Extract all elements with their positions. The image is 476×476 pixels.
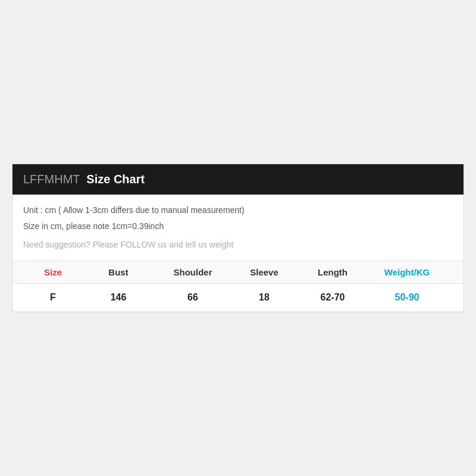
header-title: LFFMHMT Size Chart: [23, 173, 145, 186]
table-row: F 146 66 18 62-70 50-90: [12, 284, 464, 312]
col-header-weight: Weight/KG: [368, 267, 446, 277]
table-header-row: Size Bust Shoulder Sleeve Length Weight/…: [12, 261, 464, 284]
info-line-1: Unit : cm ( Allow 1-3cm differs due to m…: [23, 204, 453, 217]
info-line-2: Size in cm, please note 1cm=0.39inch: [23, 220, 453, 233]
cell-bust: 146: [83, 292, 154, 303]
size-chart-card: LFFMHMT Size Chart Unit : cm ( Allow 1-3…: [12, 164, 464, 312]
info-section: Unit : cm ( Allow 1-3cm differs due to m…: [12, 195, 464, 261]
col-header-length: Length: [297, 267, 368, 277]
header-bar: LFFMHMT Size Chart: [12, 164, 464, 195]
cell-sleeve: 18: [231, 292, 297, 303]
col-header-size: Size: [23, 267, 83, 277]
col-header-shoulder: Shoulder: [154, 267, 231, 277]
size-table: Size Bust Shoulder Sleeve Length Weight/…: [12, 261, 464, 312]
brand-name: LFFMHMT: [23, 173, 80, 186]
cell-length: 62-70: [297, 292, 368, 303]
cell-size: F: [23, 292, 83, 303]
cell-shoulder: 66: [154, 292, 231, 303]
col-header-sleeve: Sleeve: [231, 267, 297, 277]
col-header-bust: Bust: [83, 267, 154, 277]
cell-weight: 50-90: [368, 292, 446, 303]
chart-title: Size Chart: [86, 173, 145, 186]
info-line-3: Need suggestion? Please FOLLOW us and te…: [23, 239, 453, 251]
